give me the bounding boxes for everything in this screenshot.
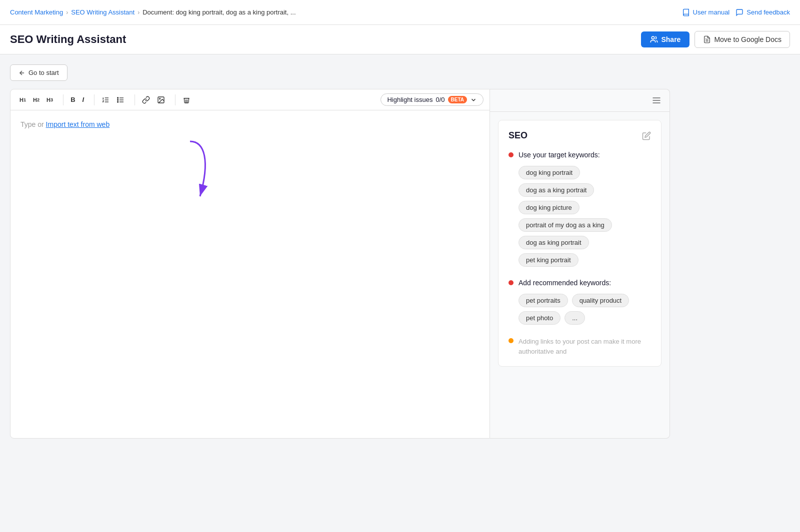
- target-keywords-title: Use your target keywords:: [518, 151, 600, 159]
- sidebar-menu-button[interactable]: [652, 95, 662, 105]
- go-to-start-button[interactable]: Go to start: [10, 64, 68, 81]
- recommended-keywords-group: Add recommended keywords: pet portraits …: [508, 279, 651, 325]
- toolbar-divider-1: [63, 94, 64, 105]
- recommended-keywords-dot: [508, 280, 514, 285]
- arrow-left-icon: [18, 69, 26, 76]
- editor-panel: H1 H2 H3 B I: [10, 89, 490, 439]
- chevron-down-icon: [470, 96, 477, 103]
- svg-point-12: [118, 99, 118, 100]
- links-note-text: Adding links to your post can make it mo…: [518, 337, 651, 356]
- svg-point-0: [652, 36, 654, 39]
- recommended-keywords-title: Add recommended keywords:: [518, 279, 611, 287]
- recommended-keywords-header: Add recommended keywords:: [508, 279, 651, 287]
- keyword-chip-quality-product[interactable]: quality product: [572, 294, 630, 307]
- ordered-list-icon: [102, 96, 110, 104]
- svg-point-15: [160, 98, 160, 99]
- target-keywords-list: dog king portrait dog as a king portrait…: [508, 166, 651, 267]
- list-buttons: [98, 94, 128, 106]
- user-manual-button[interactable]: User manual: [682, 8, 730, 16]
- page-header: SEO Writing Assistant Share Move to Goog…: [0, 25, 800, 54]
- breadcrumb-document: Document: dog king portrait, dog as a ki…: [142, 8, 296, 16]
- toolbar-divider-2: [94, 94, 94, 105]
- seo-section: SEO Use your target keywords:: [498, 120, 662, 367]
- target-keywords-group: Use your target keywords: dog king portr…: [508, 151, 651, 267]
- links-note-dot: [508, 338, 514, 343]
- keyword-chip-more[interactable]: ...: [564, 311, 585, 325]
- text-format-buttons: B I: [68, 94, 87, 105]
- move-to-google-docs-button[interactable]: Move to Google Docs: [694, 31, 790, 48]
- editor-layout: H1 H2 H3 B I: [10, 89, 670, 439]
- h2-button[interactable]: H2: [30, 95, 42, 105]
- toolbar-divider-3: [134, 94, 135, 105]
- svg-point-11: [118, 97, 118, 98]
- sidebar-content: SEO Use your target keywords:: [490, 112, 670, 438]
- heading-buttons: H1 H2 H3: [16, 95, 56, 105]
- insert-buttons: [139, 94, 168, 106]
- breadcrumb-content-marketing[interactable]: Content Marketing: [10, 8, 63, 16]
- h1-button[interactable]: H1: [16, 95, 29, 105]
- header-actions: Share Move to Google Docs: [641, 31, 790, 48]
- highlight-count: 0/0: [436, 96, 444, 103]
- page-title: SEO Writing Assistant: [10, 33, 126, 46]
- sidebar-header: [490, 89, 670, 112]
- editor-wrapper: H1 H2 H3 B I: [10, 89, 670, 439]
- editor-content-area[interactable]: Type or Import text from web: [10, 110, 490, 438]
- breadcrumb-separator-1: ›: [66, 9, 68, 16]
- breadcrumb: Content Marketing › SEO Writing Assistan…: [10, 8, 296, 16]
- seo-section-title: SEO: [508, 130, 651, 141]
- link-icon: [142, 96, 150, 104]
- svg-point-13: [118, 101, 118, 102]
- keyword-chip[interactable]: pet king portrait: [518, 253, 578, 267]
- clear-format-icon: [182, 96, 190, 104]
- keyword-chip-pet-portraits[interactable]: pet portraits: [518, 294, 568, 307]
- send-feedback-button[interactable]: Send feedback: [736, 8, 790, 16]
- seo-sidebar: SEO Use your target keywords:: [490, 89, 670, 439]
- import-text-link[interactable]: Import text from web: [46, 120, 110, 128]
- h3-button[interactable]: H3: [44, 95, 56, 105]
- keyword-chip[interactable]: dog as king portrait: [518, 236, 589, 249]
- keyword-chip[interactable]: portrait of my dog as a king: [518, 218, 612, 232]
- keyword-chip[interactable]: dog king portrait: [518, 166, 580, 179]
- beta-badge: beta: [448, 96, 467, 103]
- target-keywords-dot: [508, 152, 514, 157]
- top-navigation: Content Marketing › SEO Writing Assistan…: [0, 0, 800, 25]
- editor-placeholder-text: Type or: [20, 120, 46, 128]
- highlight-issues-control[interactable]: Highlight issues 0/0 beta: [380, 93, 484, 106]
- links-note-group: Adding links to your post can make it mo…: [508, 337, 651, 356]
- highlight-issues-label: Highlight issues: [387, 96, 432, 103]
- unordered-list-icon: [116, 96, 124, 104]
- breadcrumb-seo-writing[interactable]: SEO Writing Assistant: [71, 8, 134, 16]
- link-button[interactable]: [139, 94, 153, 106]
- target-keywords-header: Use your target keywords:: [508, 151, 651, 159]
- italic-button[interactable]: I: [80, 94, 88, 105]
- clear-formatting-button[interactable]: [180, 94, 194, 106]
- seo-edit-icon[interactable]: [642, 131, 651, 140]
- editor-toolbar: H1 H2 H3 B I: [10, 89, 490, 110]
- bold-button[interactable]: B: [68, 94, 78, 105]
- image-button[interactable]: [154, 94, 168, 106]
- main-area: Go to start H1 H2 H3: [0, 54, 680, 449]
- book-icon: [682, 8, 690, 16]
- google-docs-icon: [703, 35, 711, 43]
- breadcrumb-separator-2: ›: [138, 9, 140, 16]
- share-icon: [650, 35, 658, 43]
- image-icon: [157, 96, 165, 104]
- keyword-chip[interactable]: dog king picture: [518, 201, 580, 214]
- unordered-list-button[interactable]: [114, 94, 128, 106]
- ordered-list-button[interactable]: [98, 94, 112, 106]
- keyword-chip-pet-photo[interactable]: pet photo: [518, 311, 560, 325]
- toolbar-divider-4: [175, 94, 176, 105]
- share-button[interactable]: Share: [641, 31, 690, 47]
- nav-actions: User manual Send feedback: [682, 8, 790, 16]
- feedback-icon: [736, 8, 744, 16]
- keyword-chip[interactable]: dog as a king portrait: [518, 183, 594, 197]
- recommended-keywords-list: pet portraits quality product pet photo …: [508, 294, 651, 325]
- menu-icon: [652, 95, 662, 105]
